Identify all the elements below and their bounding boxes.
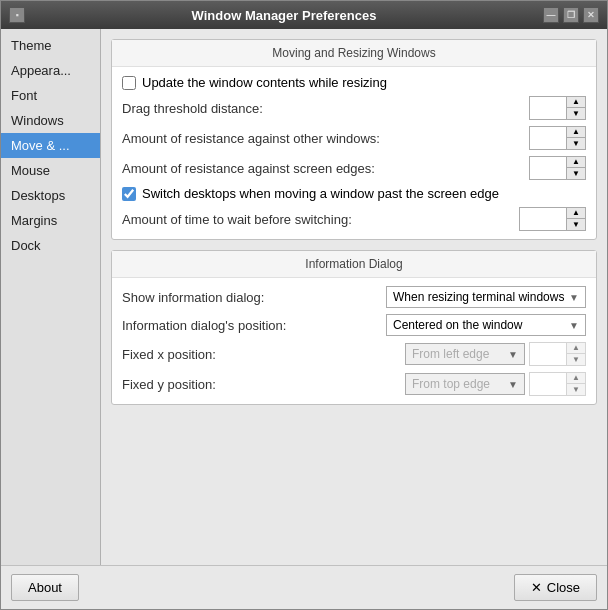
info-dialog-section: Information Dialog Show information dial… [111, 250, 597, 405]
fixed-y-select[interactable]: From top edge ▼ [405, 373, 525, 395]
resistance-edges-down[interactable]: ▼ [567, 168, 585, 179]
position-arrow: ▼ [569, 320, 579, 331]
drag-threshold-up[interactable]: ▲ [567, 97, 585, 108]
resistance-windows-label: Amount of resistance against other windo… [122, 131, 380, 146]
show-dialog-arrow: ▼ [569, 292, 579, 303]
fixed-x-select[interactable]: From left edge ▼ [405, 343, 525, 365]
resistance-edges-label: Amount of resistance against screen edge… [122, 161, 375, 176]
switch-desktops-row: Switch desktops when moving a window pas… [122, 186, 586, 201]
fixed-y-arrow: ▼ [508, 379, 518, 390]
resistance-edges-input[interactable]: 20 [530, 159, 566, 178]
wait-time-spinbtns: ▲ ▼ [566, 208, 585, 230]
window: ▪ Window Manager Preferences — ❐ ✕ Theme… [0, 0, 608, 610]
info-dialog-title: Information Dialog [112, 251, 596, 278]
resistance-windows-up[interactable]: ▲ [567, 127, 585, 138]
footer: About ✕ Close [1, 565, 607, 609]
resistance-windows-spinbtns: ▲ ▼ [566, 127, 585, 149]
sidebar-item-font[interactable]: Font [1, 83, 100, 108]
fixed-x-label: Fixed x position: [122, 347, 216, 362]
show-dialog-select[interactable]: When resizing terminal windows ▼ [386, 286, 586, 308]
sidebar-item-theme[interactable]: Theme [1, 33, 100, 58]
fixed-y-row: Fixed y position: From top edge ▼ 10 ▲ ▼ [122, 372, 586, 396]
sidebar-item-appearance[interactable]: Appeara... [1, 58, 100, 83]
position-select[interactable]: Centered on the window ▼ [386, 314, 586, 336]
sidebar-item-windows[interactable]: Windows [1, 108, 100, 133]
drag-threshold-control: 8 ▲ ▼ [529, 96, 586, 120]
drag-threshold-down[interactable]: ▼ [567, 108, 585, 119]
resistance-windows-down[interactable]: ▼ [567, 138, 585, 149]
show-dialog-label: Show information dialog: [122, 290, 264, 305]
wait-time-label: Amount of time to wait before switching: [122, 212, 352, 227]
resistance-edges-spinbox[interactable]: 20 ▲ ▼ [529, 156, 586, 180]
position-row: Information dialog's position: Centered … [122, 314, 586, 336]
moving-resizing-body: Update the window contents while resizin… [112, 67, 596, 239]
fixed-x-control: From left edge ▼ 10 ▲ ▼ [405, 342, 586, 366]
sidebar: Theme Appeara... Font Windows Move & ...… [1, 29, 101, 565]
drag-threshold-label: Drag threshold distance: [122, 101, 263, 116]
wait-time-row: Amount of time to wait before switching:… [122, 207, 586, 231]
update-contents-checkbox[interactable] [122, 76, 136, 90]
fixed-x-select-value: From left edge [412, 347, 504, 361]
position-label: Information dialog's position: [122, 318, 286, 333]
wait-time-control: 400 ▲ ▼ [519, 207, 586, 231]
resistance-windows-spinbox[interactable]: 10 ▲ ▼ [529, 126, 586, 150]
drag-threshold-spinbox[interactable]: 8 ▲ ▼ [529, 96, 586, 120]
wait-time-spinbox[interactable]: 400 ▲ ▼ [519, 207, 586, 231]
fixed-y-input[interactable]: 10 [530, 375, 566, 394]
fixed-y-control: From top edge ▼ 10 ▲ ▼ [405, 372, 586, 396]
update-checkbox-row: Update the window contents while resizin… [122, 75, 586, 90]
switch-desktops-label: Switch desktops when moving a window pas… [142, 186, 499, 201]
update-contents-label: Update the window contents while resizin… [142, 75, 387, 90]
sidebar-item-mouse[interactable]: Mouse [1, 158, 100, 183]
minimize-button[interactable]: — [543, 7, 559, 23]
content-area: Theme Appeara... Font Windows Move & ...… [1, 29, 607, 565]
main-content: Moving and Resizing Windows Update the w… [101, 29, 607, 565]
close-label: Close [547, 580, 580, 595]
resistance-edges-up[interactable]: ▲ [567, 157, 585, 168]
drag-threshold-row: Drag threshold distance: 8 ▲ ▼ [122, 96, 586, 120]
fixed-x-arrow: ▼ [508, 349, 518, 360]
close-icon: ✕ [531, 580, 542, 595]
wait-time-up[interactable]: ▲ [567, 208, 585, 219]
fixed-y-select-value: From top edge [412, 377, 504, 391]
fixed-y-down[interactable]: ▼ [567, 384, 585, 395]
switch-desktops-checkbox[interactable] [122, 187, 136, 201]
fixed-y-label: Fixed y position: [122, 377, 216, 392]
fixed-x-input[interactable]: 10 [530, 345, 566, 364]
resistance-windows-input[interactable]: 10 [530, 129, 566, 148]
sidebar-item-margins[interactable]: Margins [1, 208, 100, 233]
titlebar-right-controls[interactable]: — ❐ ✕ [543, 7, 599, 23]
close-button[interactable]: ✕ Close [514, 574, 597, 601]
titlebar-left-controls: ▪ [9, 7, 25, 23]
fixed-x-spinbtns: ▲ ▼ [566, 343, 585, 365]
sidebar-item-dock[interactable]: Dock [1, 233, 100, 258]
fixed-y-up[interactable]: ▲ [567, 373, 585, 384]
resistance-edges-row: Amount of resistance against screen edge… [122, 156, 586, 180]
about-button[interactable]: About [11, 574, 79, 601]
moving-resizing-title: Moving and Resizing Windows [112, 40, 596, 67]
fixed-x-spinbox[interactable]: 10 ▲ ▼ [529, 342, 586, 366]
drag-threshold-input[interactable]: 8 [530, 99, 566, 118]
resistance-windows-row: Amount of resistance against other windo… [122, 126, 586, 150]
show-dialog-value: When resizing terminal windows [393, 290, 565, 304]
fixed-y-spinbtns: ▲ ▼ [566, 373, 585, 395]
fixed-x-down[interactable]: ▼ [567, 354, 585, 365]
maximize-button[interactable]: ❐ [563, 7, 579, 23]
fixed-x-up[interactable]: ▲ [567, 343, 585, 354]
wait-time-input[interactable]: 400 [520, 210, 566, 229]
sidebar-item-desktops[interactable]: Desktops [1, 183, 100, 208]
moving-resizing-section: Moving and Resizing Windows Update the w… [111, 39, 597, 240]
drag-threshold-spinbtns: ▲ ▼ [566, 97, 585, 119]
position-value: Centered on the window [393, 318, 565, 332]
window-icon: ▪ [9, 7, 25, 23]
fixed-y-spinbox[interactable]: 10 ▲ ▼ [529, 372, 586, 396]
wait-time-down[interactable]: ▼ [567, 219, 585, 230]
sidebar-item-move[interactable]: Move & ... [1, 133, 100, 158]
resistance-windows-control: 10 ▲ ▼ [529, 126, 586, 150]
fixed-x-row: Fixed x position: From left edge ▼ 10 ▲ … [122, 342, 586, 366]
position-control: Centered on the window ▼ [386, 314, 586, 336]
close-window-button[interactable]: ✕ [583, 7, 599, 23]
info-dialog-body: Show information dialog: When resizing t… [112, 278, 596, 404]
window-title: Window Manager Preferences [25, 8, 543, 23]
show-dialog-control: When resizing terminal windows ▼ [386, 286, 586, 308]
